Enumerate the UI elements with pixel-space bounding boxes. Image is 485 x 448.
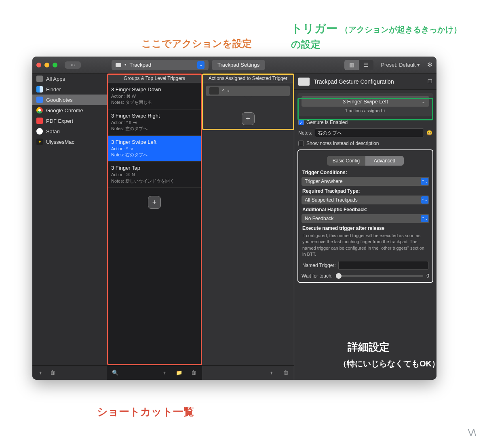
sidebar-item-ulyssesmac[interactable]: ✦UlyssesMac — [32, 137, 107, 147]
caret-icon: ⌃⌄ — [421, 196, 428, 204]
wait-row: Wait for touch: 0 — [302, 273, 429, 279]
emoji-icon[interactable]: 😀 — [426, 130, 432, 136]
watermark: V\ — [468, 427, 475, 438]
delete-app-icon[interactable]: 🗑 — [48, 369, 57, 377]
shownotes-label: Show notes instead of description — [306, 141, 379, 146]
app-window: ‹‹‹ • Trackpad ⌄ Trackpad Settings ▥ ☰ P… — [32, 57, 436, 380]
sidebar-item-finder[interactable]: Finder — [32, 84, 107, 95]
trigger-item[interactable]: 3 Finger Swipe Left Action: ^ ⇥ Notes: 右… — [107, 136, 202, 162]
toolbar: ‹‹‹ • Trackpad ⌄ Trackpad Settings ▥ ☰ P… — [32, 57, 436, 74]
grid-icon — [36, 76, 43, 82]
trigger-action: Action: ⌘ N — [111, 172, 198, 178]
chevron-down-icon: ⌄ — [422, 99, 425, 104]
haptic-label: Additional Haptic Feedback: — [302, 207, 428, 212]
trackpad-type-label: Required Trackpad Type: — [302, 188, 428, 194]
sidebar-item-safari[interactable]: Safari — [32, 126, 107, 137]
named-trigger-row: Named Trigger: — [302, 261, 428, 270]
shownotes-row[interactable]: Show notes instead of description — [298, 141, 432, 146]
minimize-dot[interactable] — [44, 63, 49, 67]
gesture-name: 3 Finger Swipe Left — [343, 99, 388, 105]
add-action-button[interactable]: + — [242, 112, 255, 125]
sidebar-item-pdf-expert[interactable]: PDF Expert — [32, 116, 107, 126]
sidebar-item-all-apps[interactable]: All Apps — [32, 74, 107, 84]
gesture-subtext: 1 actions assigned + — [302, 108, 429, 113]
trigger-action: Action: ^ ⇥ — [111, 146, 198, 152]
add-trigger-row: + — [107, 188, 202, 217]
device-selector[interactable]: • Trackpad ⌄ — [112, 60, 209, 70]
folder-icon[interactable]: 📁 — [175, 369, 183, 377]
trash-action-icon[interactable]: 🗑 — [282, 369, 290, 377]
action-chip[interactable]: ^ ⇥ — [206, 86, 290, 96]
enabled-checkbox[interactable]: ✓ — [298, 120, 304, 125]
app-label: UlyssesMac — [46, 139, 74, 145]
trackpad-type-select[interactable]: All Supported Trackpads ⌃⌄ — [302, 196, 429, 204]
preset-selector[interactable]: Preset: Default ▾ — [381, 62, 420, 68]
add-trigger-button[interactable]: + — [148, 196, 161, 209]
chevron-icon: ⌄ — [197, 61, 205, 69]
view-segment[interactable]: ▥ ☰ — [344, 60, 373, 70]
gesture-selector[interactable]: 3 Finger Swipe Left ⌄ — [302, 96, 429, 107]
trigger-action: Action: ^⇧ ⇥ — [111, 120, 198, 126]
enabled-row[interactable]: ✓ Gesture is Enabled — [298, 120, 432, 125]
named-trigger-label: Named Trigger: — [302, 263, 336, 268]
wait-slider[interactable] — [336, 275, 423, 277]
trackpad-settings-button[interactable]: Trackpad Settings — [212, 60, 265, 70]
annotation-shortcut-list: ショートカット一覧 — [97, 404, 194, 420]
trigger-title: 3 Finger Swipe Right — [111, 113, 198, 119]
annotation-detail-sub: （特にいじらなくてもOK） — [339, 358, 440, 370]
enabled-label: Gesture is Enabled — [306, 120, 348, 125]
caret-icon: ⌃⌄ — [421, 178, 428, 185]
trackpad-large-icon — [298, 78, 310, 86]
notes-input[interactable] — [315, 128, 424, 137]
trigger-action: Action: ⌘ W — [111, 93, 198, 99]
named-trigger-input[interactable] — [338, 261, 428, 270]
close-dot[interactable] — [36, 63, 41, 67]
app-label: Finder — [46, 86, 61, 93]
add-icon[interactable]: ＋ — [160, 369, 169, 377]
action-shortcut: ^ ⇥ — [222, 88, 229, 94]
caret-icon: ⌃⌄ — [421, 215, 428, 222]
zoom-dot[interactable] — [53, 63, 57, 67]
trigger-item[interactable]: 3 Finger Tap Action: ⌘ N Notes: 新しいウインドウ… — [107, 162, 202, 188]
actions-footer: ＋ 🗑 — [202, 365, 294, 380]
view-list-icon[interactable]: ☰ — [359, 60, 373, 70]
add-action-footer-icon[interactable]: ＋ — [267, 369, 275, 377]
trigger-notes: Notes: 新しいウインドウを開く — [111, 178, 198, 184]
execute-desc: If configured, this named trigger will b… — [302, 233, 428, 258]
trigger-title: 3 Finger Tap — [111, 165, 198, 171]
trigger-item[interactable]: 3 Finger Swipe Right Action: ^⇧ ⇥ Notes:… — [107, 109, 202, 136]
search-icon[interactable]: 🔍 — [111, 369, 119, 377]
notes-label: Notes: — [298, 130, 312, 136]
uly-icon: ✦ — [36, 139, 43, 145]
sidebar-item-google-chrome[interactable]: Google Chrome — [32, 105, 107, 116]
config-column: Trackpad Gesture Configuration ❐ 3 Finge… — [294, 74, 436, 380]
tab-segment[interactable]: Basic Config Advanced — [327, 156, 404, 166]
gear-icon[interactable]: ✻ — [427, 61, 432, 69]
annotation-trigger: トリガー （アクションが起きるきっかけ） の設定 — [291, 20, 462, 52]
gesture-summary: 3 Finger Swipe Left ⌄ 1 actions assigned… — [297, 93, 433, 116]
safari-icon — [36, 128, 43, 135]
tab-advanced[interactable]: Advanced — [365, 156, 404, 166]
trigger-item[interactable]: 3 Finger Swipe Down Action: ⌘ W Notes: タ… — [107, 83, 202, 109]
haptic-select[interactable]: No Feedback ⌃⌄ — [302, 214, 429, 223]
back-button[interactable]: ‹‹‹ — [65, 61, 81, 69]
sidebar-item-goodnotes[interactable]: GoodNotes — [32, 95, 107, 105]
tab-basic[interactable]: Basic Config — [327, 156, 365, 166]
view-columns-icon[interactable]: ▥ — [344, 60, 359, 70]
trigger-notes: Notes: 右のタブへ — [111, 152, 198, 158]
config-header: Trackpad Gesture Configuration ❐ — [294, 74, 436, 90]
good-icon — [36, 97, 43, 103]
triggers-column: Groups & Top Level Triggers 3 Finger Swi… — [107, 74, 202, 380]
wait-value: 0 — [426, 273, 429, 279]
sidebar-footer: ＋ 🗑 — [32, 365, 107, 380]
action-thumb-icon — [209, 87, 219, 95]
popout-icon[interactable]: ❐ — [428, 78, 432, 84]
app-label: GoodNotes — [46, 97, 73, 103]
trigger-cond-select[interactable]: Trigger Anywhere ⌃⌄ — [302, 177, 429, 186]
trash-icon[interactable]: 🗑 — [190, 369, 198, 377]
add-app-icon[interactable]: ＋ — [36, 369, 44, 377]
pdf-icon — [36, 118, 43, 124]
execute-label: Execute named trigger after release — [302, 225, 428, 231]
wait-label: Wait for touch: — [302, 273, 333, 279]
shownotes-checkbox[interactable] — [298, 141, 304, 146]
